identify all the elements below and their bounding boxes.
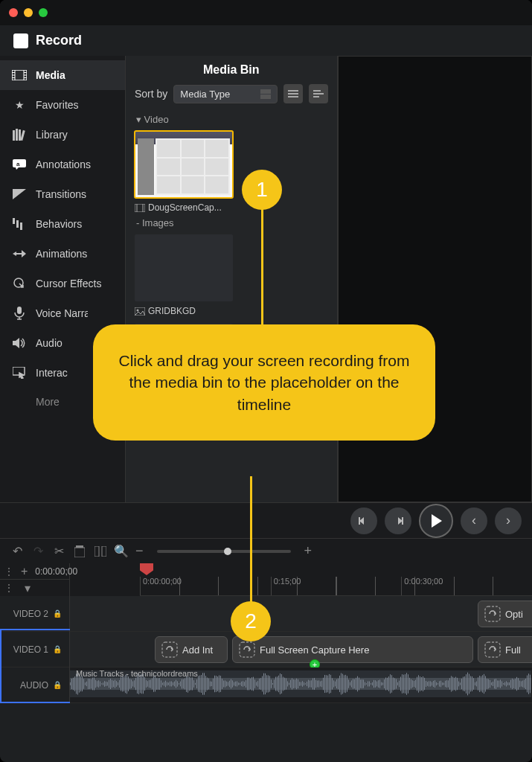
nav-next-button[interactable]: › xyxy=(495,508,522,534)
app-window: Record Media ★ Favorites Library a Annot… xyxy=(0,0,532,762)
maximize-window-icon[interactable] xyxy=(39,8,48,17)
svg-rect-213 xyxy=(305,683,306,684)
sidebar-item-media[interactable]: Media xyxy=(0,60,125,90)
svg-rect-166 xyxy=(235,682,236,687)
svg-rect-129 xyxy=(180,682,181,687)
svg-rect-283 xyxy=(409,678,410,690)
svg-rect-169 xyxy=(240,683,240,685)
group-video[interactable]: ▾ Video xyxy=(135,109,328,131)
svg-rect-165 xyxy=(234,682,234,686)
svg-rect-116 xyxy=(161,680,161,687)
svg-rect-46 xyxy=(74,548,85,557)
track-label-video2[interactable]: VIDEO 2🔒 xyxy=(0,596,69,632)
svg-rect-94 xyxy=(128,676,129,691)
sidebar-item-cursor[interactable]: Cursor Effects xyxy=(0,269,125,298)
svg-rect-113 xyxy=(156,678,157,690)
svg-rect-303 xyxy=(439,681,440,686)
svg-rect-196 xyxy=(280,673,281,694)
nav-prev-button[interactable]: ‹ xyxy=(461,508,487,534)
clip-full2[interactable]: Full xyxy=(478,636,532,663)
svg-rect-55 xyxy=(70,682,71,685)
svg-rect-285 xyxy=(412,680,413,688)
svg-rect-18 xyxy=(16,220,19,228)
minimize-window-icon[interactable] xyxy=(24,8,33,17)
zoom-in[interactable]: + xyxy=(304,543,313,559)
redo-button[interactable]: ↷ xyxy=(31,545,45,558)
thumb-label: DougScreenCap... xyxy=(148,202,222,213)
svg-rect-322 xyxy=(467,673,468,696)
svg-rect-136 xyxy=(190,677,191,690)
svg-rect-228 xyxy=(327,676,328,693)
clip-opti[interactable]: Opti xyxy=(478,601,532,627)
svg-rect-344 xyxy=(500,679,501,688)
track-video1[interactable]: Add Int Full Screen Capture Here Full + xyxy=(70,632,532,667)
svg-rect-306 xyxy=(443,682,444,685)
view-grid-button[interactable] xyxy=(283,84,303,103)
split-button[interactable] xyxy=(94,545,107,558)
sidebar-item-animations[interactable]: Animations xyxy=(0,239,125,269)
svg-rect-199 xyxy=(284,678,285,691)
svg-rect-189 xyxy=(269,676,270,691)
group-images[interactable]: - Images xyxy=(135,213,328,234)
media-thumb-gridbkgd[interactable]: GRIDBKGD xyxy=(135,234,233,316)
svg-rect-107 xyxy=(147,681,148,687)
clip-addint[interactable]: Add Int xyxy=(155,636,228,663)
record-button[interactable] xyxy=(13,33,28,48)
track-label-video1[interactable]: VIDEO 1🔒 xyxy=(0,632,69,667)
sort-dropdown[interactable]: Media Type xyxy=(173,85,277,103)
svg-rect-345 xyxy=(501,681,502,686)
track-label-audio[interactable]: AUDIO🔒 xyxy=(0,667,69,703)
sidebar-item-library[interactable]: Library xyxy=(0,120,125,150)
cut-button[interactable]: ✂ xyxy=(52,545,65,558)
collapse-track-button[interactable]: ▾ xyxy=(21,581,34,595)
svg-rect-96 xyxy=(131,679,132,688)
clip-fullscreen[interactable]: Full Screen Capture Here xyxy=(232,636,473,663)
play-button[interactable] xyxy=(419,504,453,538)
track-video2[interactable]: Opti xyxy=(70,596,532,632)
svg-rect-312 xyxy=(452,677,453,691)
zoom-out[interactable]: − xyxy=(135,543,144,559)
add-track-button[interactable]: + xyxy=(21,565,28,578)
sidebar-item-label: Media xyxy=(36,69,65,81)
svg-rect-118 xyxy=(164,682,164,685)
undo-button[interactable]: ↶ xyxy=(10,545,24,558)
svg-rect-151 xyxy=(213,679,214,689)
copy-button[interactable] xyxy=(73,545,86,558)
lock-icon[interactable]: 🔒 xyxy=(53,645,62,653)
next-frame-button[interactable] xyxy=(385,508,411,534)
svg-text:a: a xyxy=(16,161,20,167)
svg-rect-154 xyxy=(217,676,218,691)
svg-rect-161 xyxy=(228,682,228,685)
audio-clip-label: Music Tracks - technicolordreams xyxy=(76,669,198,678)
svg-rect-335 xyxy=(487,679,487,689)
lock-icon[interactable]: 🔒 xyxy=(53,609,62,618)
svg-rect-10 xyxy=(16,129,18,141)
svg-rect-362 xyxy=(527,676,528,693)
sidebar-item-voice[interactable]: Voice Narration xyxy=(0,298,125,328)
track-audio[interactable]: Music Tracks - technicolordreams // gene… xyxy=(70,667,532,703)
close-window-icon[interactable] xyxy=(9,8,18,17)
video-file-icon xyxy=(135,204,145,212)
sidebar-item-favorites[interactable]: ★ Favorites xyxy=(0,90,125,120)
view-list-button[interactable] xyxy=(309,84,328,103)
prev-frame-button[interactable] xyxy=(350,508,377,534)
svg-rect-327 xyxy=(475,682,475,685)
svg-rect-288 xyxy=(417,677,417,691)
svg-rect-279 xyxy=(403,675,404,694)
sidebar-item-annotations[interactable]: a Annotations xyxy=(0,150,125,179)
sidebar-item-behaviors[interactable]: Behaviors xyxy=(0,209,125,239)
svg-rect-201 xyxy=(287,681,288,686)
svg-rect-309 xyxy=(448,680,449,687)
svg-rect-71 xyxy=(94,677,94,690)
zoom-slider[interactable] xyxy=(157,550,291,553)
svg-rect-295 xyxy=(427,682,428,686)
time-ruler[interactable]: 0:00:00;00 0:15;00 0:00:30;00 xyxy=(140,577,532,596)
svg-rect-167 xyxy=(237,681,237,686)
playhead[interactable] xyxy=(140,563,153,575)
sidebar-item-transitions[interactable]: Transitions xyxy=(0,179,125,209)
lock-icon[interactable]: 🔒 xyxy=(53,681,62,689)
media-thumb-dougscreencap[interactable]: DougScreenCap... xyxy=(135,131,233,213)
sidebar-item-label: Library xyxy=(36,129,68,141)
svg-rect-263 xyxy=(379,679,380,688)
svg-rect-296 xyxy=(429,681,429,686)
